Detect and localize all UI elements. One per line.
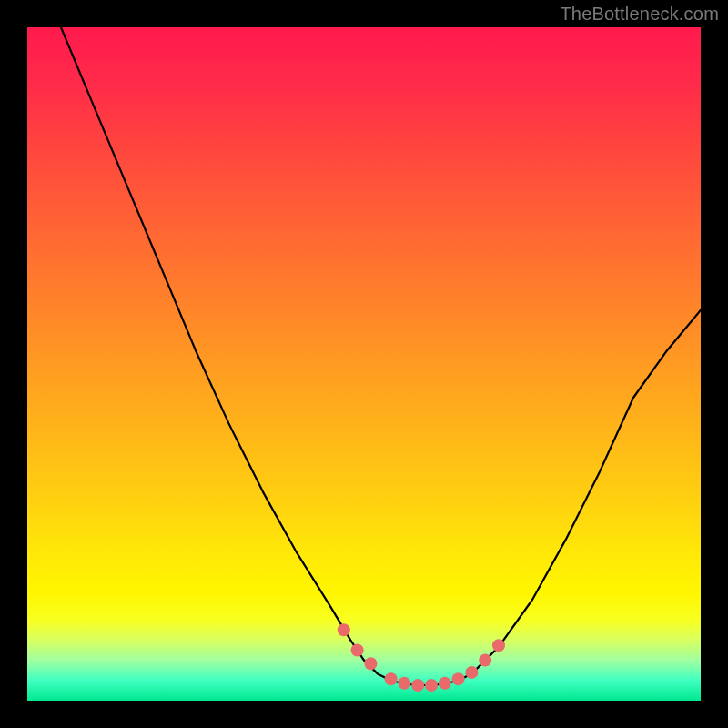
outer-frame: TheBottleneck.com [0, 0, 728, 728]
marker-dot [411, 679, 424, 692]
series-left-curve [27, 27, 391, 681]
marker-dot [351, 644, 364, 657]
marker-dot [465, 666, 478, 679]
marker-dot [452, 672, 465, 685]
marker-dot [439, 677, 451, 690]
marker-dot [364, 657, 377, 670]
marker-dot [425, 679, 438, 692]
watermark-text: TheBottleneck.com [560, 4, 719, 25]
marker-dot [398, 677, 410, 690]
marker-dot [385, 672, 398, 685]
curve-layer [27, 27, 701, 701]
marker-dot [479, 654, 491, 667]
series-right-curve [459, 310, 701, 681]
bottleneck-curve [27, 27, 701, 685]
marker-dot [338, 623, 350, 636]
marker-dot [492, 639, 505, 652]
plot-area [27, 27, 701, 701]
